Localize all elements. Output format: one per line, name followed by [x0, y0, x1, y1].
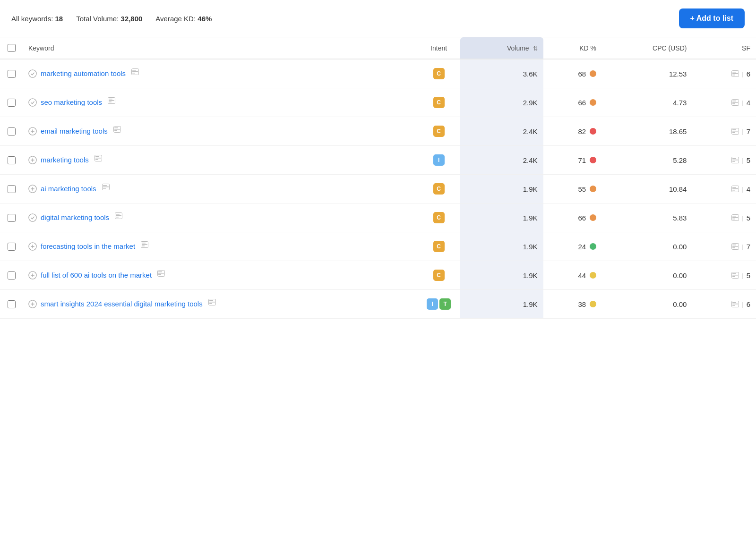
table-row: ai marketing tools C1.9K 55 10.84 | 4 — [0, 175, 756, 203]
sf-serp-icon[interactable] — [731, 243, 739, 250]
row-checkbox[interactable] — [8, 300, 16, 308]
kd-column-header: KD % — [543, 37, 602, 59]
intent-cell: IT — [418, 290, 460, 319]
keyword-link[interactable]: marketing tools — [41, 155, 89, 165]
svg-rect-16 — [732, 102, 738, 103]
serp-preview-icon[interactable] — [208, 299, 216, 305]
keyword-link[interactable]: forecasting tools in the market — [41, 241, 135, 251]
svg-rect-31 — [95, 159, 98, 160]
sf-serp-icon[interactable] — [731, 99, 739, 106]
cpc-cell: 5.28 — [602, 146, 692, 175]
sf-serp-icon[interactable] — [731, 301, 739, 307]
sf-serp-icon[interactable] — [731, 157, 739, 163]
serp-preview-icon[interactable] — [108, 97, 115, 104]
keyword-link[interactable]: seo marketing tools — [41, 97, 102, 107]
avg-kd-stat: Average KD: 46% — [155, 15, 212, 23]
keyword-link[interactable]: email marketing tools — [41, 126, 108, 136]
row-checkbox[interactable] — [8, 127, 16, 136]
svg-rect-38 — [103, 185, 107, 186]
row-checkbox[interactable] — [8, 99, 16, 107]
sf-serp-icon[interactable] — [731, 214, 739, 221]
svg-rect-62 — [732, 247, 735, 248]
row-checkbox[interactable] — [8, 243, 16, 251]
kd-value: 44 — [578, 271, 586, 279]
kd-value: 71 — [578, 156, 586, 164]
add-to-list-button[interactable]: + Add to list — [679, 8, 745, 28]
svg-rect-79 — [732, 304, 738, 305]
sf-serp-icon[interactable] — [731, 70, 739, 77]
row-checkbox[interactable] — [8, 214, 16, 222]
check-circle-icon — [28, 213, 37, 223]
keyword-link[interactable]: ai marketing tools — [41, 184, 96, 194]
svg-rect-24 — [732, 129, 736, 130]
sf-value: 7 — [747, 243, 750, 251]
intent-badge-c: C — [433, 68, 445, 79]
intent-badge-i: I — [427, 298, 438, 310]
serp-preview-icon[interactable] — [157, 270, 165, 277]
keyword-link[interactable]: full list of 600 ai tools on the market — [41, 270, 152, 280]
volume-cell: 1.9K — [460, 175, 543, 203]
keyword-cell: ai marketing tools — [23, 175, 418, 203]
volume-cell: 1.9K — [460, 261, 543, 290]
svg-rect-71 — [732, 276, 735, 277]
header-bar: All keywords: 18 Total Volume: 32,800 Av… — [0, 0, 756, 37]
row-checkbox[interactable] — [8, 156, 16, 164]
svg-rect-48 — [116, 215, 121, 216]
svg-rect-12 — [109, 100, 114, 101]
keywords-table: Keyword Intent Volume ⇅ KD % CPC (USD) S… — [0, 37, 756, 319]
sf-column-header: SF — [692, 37, 756, 59]
svg-rect-34 — [732, 160, 738, 161]
sort-icon: ⇅ — [533, 45, 538, 52]
select-all-checkbox[interactable] — [8, 44, 16, 52]
serp-preview-icon[interactable] — [115, 212, 122, 219]
svg-rect-66 — [158, 273, 164, 274]
keyword-link[interactable]: smart insights 2024 essential digital ma… — [41, 299, 203, 309]
keyword-link[interactable]: digital marketing tools — [41, 212, 109, 222]
serp-preview-icon[interactable] — [141, 241, 148, 248]
serp-preview-icon[interactable] — [131, 68, 139, 75]
serp-preview-icon[interactable] — [102, 184, 110, 190]
row-checkbox[interactable] — [8, 70, 16, 78]
svg-rect-25 — [732, 131, 738, 132]
keyword-cell: smart insights 2024 essential digital ma… — [23, 290, 418, 319]
sf-serp-icon[interactable] — [731, 186, 739, 192]
keyword-link[interactable]: marketing automation tools — [41, 68, 126, 78]
volume-cell: 1.9K — [460, 203, 543, 232]
svg-rect-65 — [158, 271, 162, 272]
intent-badge-c: C — [433, 212, 445, 223]
select-all-header[interactable] — [0, 37, 23, 59]
sf-divider: | — [742, 214, 743, 221]
row-checkbox-cell — [0, 59, 23, 88]
sf-divider: | — [742, 70, 743, 77]
kd-difficulty-dot — [590, 243, 596, 250]
sf-serp-icon[interactable] — [731, 272, 739, 279]
svg-point-0 — [29, 69, 36, 77]
table-row: full list of 600 ai tools on the market … — [0, 261, 756, 290]
kd-cell: 24 — [543, 232, 602, 261]
svg-rect-57 — [142, 244, 147, 245]
sf-serp-icon[interactable] — [731, 128, 739, 135]
kd-value: 66 — [578, 214, 586, 222]
sf-cell: | 4 — [692, 175, 756, 203]
kd-difficulty-dot — [590, 70, 596, 77]
svg-rect-58 — [142, 246, 145, 246]
row-checkbox[interactable] — [8, 271, 16, 279]
svg-point-9 — [29, 98, 36, 106]
volume-column-header[interactable]: Volume ⇅ — [460, 37, 543, 59]
svg-rect-7 — [732, 73, 738, 74]
svg-rect-75 — [209, 302, 215, 303]
intent-badge-c: C — [433, 97, 445, 108]
intent-cell: C — [418, 261, 460, 290]
serp-preview-icon[interactable] — [94, 155, 102, 161]
row-checkbox[interactable] — [8, 185, 16, 193]
sf-cell: | 5 — [692, 203, 756, 232]
kd-value: 55 — [578, 185, 586, 193]
sf-value: 7 — [747, 127, 750, 136]
cpc-cell: 0.00 — [602, 261, 692, 290]
serp-preview-icon[interactable] — [113, 126, 121, 133]
volume-cell: 1.9K — [460, 232, 543, 261]
kd-cell: 71 — [543, 146, 602, 175]
sf-value: 5 — [747, 214, 750, 222]
table-row: email marketing tools C2.4K 82 18.65 | 7 — [0, 117, 756, 146]
sf-cell: | 4 — [692, 88, 756, 117]
